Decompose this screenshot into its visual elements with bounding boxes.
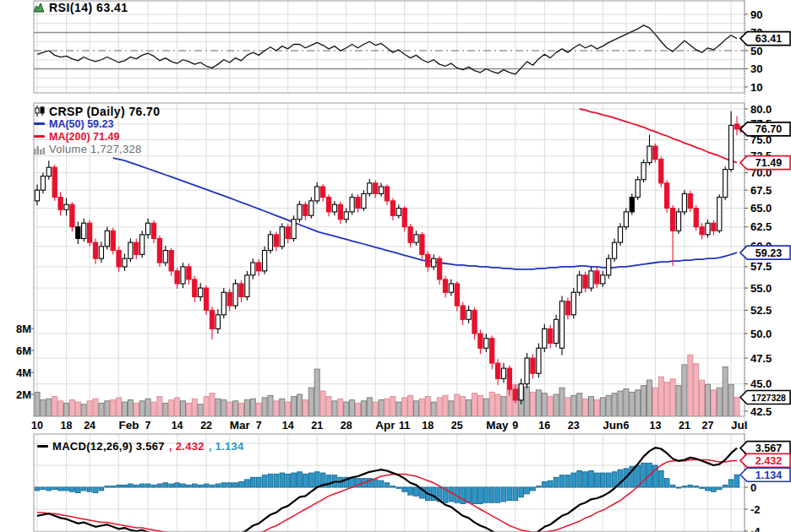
date-tick-label: 23: [568, 420, 580, 432]
svg-text:45.0: 45.0: [750, 377, 772, 390]
date-tick-label: 21: [679, 420, 690, 432]
last-price-tag: 76.70: [740, 122, 790, 136]
ma50-legend-row: MA(50) 59.23: [34, 117, 160, 130]
macd-signal-legend-label: , 2.432: [169, 440, 205, 453]
indicator-mountain-icon: [34, 3, 45, 13]
date-tick-label: 9: [512, 420, 518, 432]
price-panel-legend: CRSP (Daily) 76.70 MA(50) 59.23 MA(200) …: [34, 105, 160, 155]
svg-text:47.5: 47.5: [750, 352, 772, 365]
volume-bars-icon: [34, 144, 45, 155]
macd-hist-legend-label: , 1.134: [209, 440, 244, 453]
svg-text:0: 0: [750, 481, 756, 494]
svg-text:59.23: 59.23: [756, 247, 782, 259]
rsi-value-tag: 63.41: [740, 32, 790, 46]
ma200-legend-row: MA(200) 71.49: [34, 130, 160, 143]
date-tick-label: Jun: [603, 419, 623, 432]
svg-text:50: 50: [750, 45, 762, 57]
svg-text:42.5: 42.5: [750, 405, 772, 418]
volume-value-tag: 1727328: [740, 391, 790, 404]
date-tick-label: 13: [649, 420, 661, 432]
date-tick-label: Mar: [230, 419, 251, 432]
macd-legend: MACD(12,26,9) 3.567, 2.432, 1.134: [37, 440, 244, 453]
symbol-legend-row: CRSP (Daily) 76.70: [34, 105, 160, 117]
svg-text:80.0: 80.0: [750, 103, 772, 116]
date-tick-label: 6: [623, 420, 629, 432]
date-tick-label: 11: [399, 420, 410, 432]
svg-text:50.0: 50.0: [750, 328, 772, 340]
svg-text:67.5: 67.5: [750, 184, 772, 197]
date-tick-label: 10: [31, 420, 43, 432]
svg-text:76.70: 76.70: [756, 123, 782, 135]
rsi-legend: RSI(14) 63.41: [34, 1, 128, 14]
date-tick-label: 18: [61, 420, 73, 432]
svg-text:3.567: 3.567: [756, 442, 782, 454]
svg-text:30: 30: [750, 62, 762, 75]
date-axis-labels: 101824Feb71422Mar7142128Apr111825May9162…: [31, 419, 748, 432]
volume-legend-label: Volume 1,727,328: [49, 143, 142, 155]
macd-line-swatch: [37, 445, 48, 448]
svg-text:90: 90: [750, 8, 762, 21]
ma50-value-tag: 59.23: [740, 246, 790, 259]
svg-text:62.5: 62.5: [750, 220, 772, 233]
date-tick-label: 18: [422, 420, 434, 432]
svg-text:-4: -4: [750, 525, 761, 532]
svg-text:4M: 4M: [16, 366, 31, 379]
ma200-value-tag: 71.49: [740, 156, 790, 170]
date-tick-label: Jul: [731, 419, 748, 432]
date-tick-label: 22: [200, 420, 212, 432]
svg-text:55.0: 55.0: [750, 282, 772, 295]
signal-value-tag: 2.432: [740, 453, 790, 467]
svg-text:57.5: 57.5: [750, 260, 772, 273]
svg-text:10: 10: [750, 81, 762, 94]
ma50-legend-label: MA(50) 59.23: [49, 118, 113, 130]
svg-text:6M: 6M: [16, 345, 31, 357]
volume-legend-row: Volume 1,727,328: [34, 143, 160, 155]
date-tick-label: 16: [538, 420, 550, 432]
stock-chart-window: 907050301080.077.575.072.570.067.565.062…: [0, 0, 791, 532]
svg-text:52.5: 52.5: [750, 304, 772, 317]
svg-text:63.41: 63.41: [756, 33, 782, 45]
date-tick-label: 24: [84, 420, 95, 432]
macd-value-tag: 3.567: [740, 442, 790, 455]
ma200-line-swatch: [34, 135, 45, 138]
svg-text:2M: 2M: [16, 388, 31, 401]
svg-text:-2: -2: [750, 503, 761, 516]
date-tick-label: 14: [282, 420, 294, 432]
rsi-legend-label: RSI(14) 63.41: [49, 1, 128, 14]
date-tick-label: 14: [172, 420, 183, 432]
svg-text:65.0: 65.0: [750, 202, 772, 214]
candlestick-icon: [34, 106, 45, 117]
date-tick-label: Apr: [375, 419, 396, 432]
macd-legend-label: MACD(12,26,9) 3.567: [52, 440, 165, 453]
macd-panel: [34, 443, 745, 532]
ma50-line-swatch: [34, 122, 45, 125]
date-tick-label: 27: [702, 420, 714, 432]
date-tick-label: 7: [256, 420, 262, 432]
svg-text:8M: 8M: [16, 323, 31, 335]
svg-text:2.432: 2.432: [756, 455, 782, 467]
ma200-legend-label: MA(200) 71.49: [49, 131, 119, 143]
date-tick-label: 25: [451, 420, 463, 432]
rsi-panel: [34, 14, 745, 87]
symbol-legend-label: CRSP (Daily) 76.70: [49, 105, 160, 118]
date-tick-label: 28: [341, 420, 352, 432]
date-tick-label: Feb: [119, 419, 139, 432]
volume-bars: [35, 355, 739, 416]
date-tick-label: 7: [145, 420, 151, 432]
date-tick-label: May: [486, 419, 509, 432]
svg-text:71.49: 71.49: [756, 157, 782, 169]
date-tick-label: 21: [311, 420, 323, 432]
hist-value-tag: 1.134: [740, 468, 790, 481]
svg-text:1.134: 1.134: [756, 470, 782, 481]
svg-text:1727328: 1727328: [751, 393, 786, 403]
